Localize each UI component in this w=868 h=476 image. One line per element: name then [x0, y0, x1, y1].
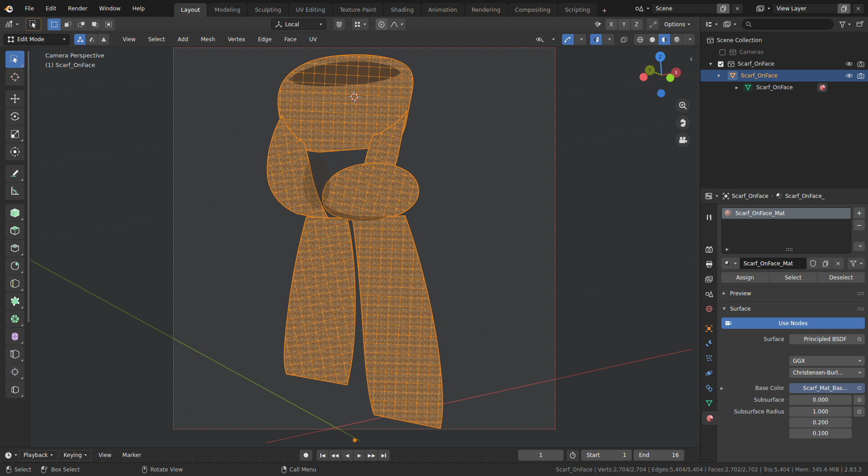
overlays-dropdown[interactable] [602, 34, 614, 45]
new-material-copy-button[interactable] [819, 258, 832, 269]
tool-annotate-button[interactable] [5, 165, 24, 182]
tab-physics[interactable] [701, 366, 717, 380]
menu-render[interactable]: Render [62, 3, 93, 14]
shading-rendered-button[interactable] [671, 34, 682, 45]
tool-rip-region-button[interactable] [5, 381, 24, 398]
tool-loop-cut-button[interactable] [5, 275, 24, 292]
expand-icon[interactable]: ▼ [708, 62, 713, 66]
current-frame-field[interactable]: 1 [518, 450, 563, 461]
gizmo-minus-x[interactable] [639, 73, 648, 81]
animate-button[interactable] [854, 407, 865, 417]
scene-browse-button[interactable] [633, 4, 651, 14]
visibility-icon[interactable] [534, 34, 546, 45]
tool-smooth-button[interactable] [5, 328, 24, 345]
deselect-button[interactable]: Deselect [817, 272, 865, 283]
select-button[interactable]: Select [769, 272, 817, 283]
shading-material-button[interactable] [658, 34, 670, 45]
surface-panel-header[interactable]: ▼ Surface [721, 302, 865, 313]
tab-rendering[interactable]: Rendering [465, 3, 507, 17]
timeline-editor-type-button[interactable] [3, 451, 19, 460]
prev-keyframe-button[interactable]: ◀◀ [329, 450, 341, 461]
use-preview-range-button[interactable] [567, 450, 579, 461]
gizmo-minus-y[interactable] [666, 74, 674, 82]
proportional-edit-toggle[interactable] [376, 19, 387, 30]
viewport-3d[interactable]: Camera Perspective (1) Scarf_OnFace Z Y … [0, 47, 700, 447]
proportional-falloff-dropdown[interactable] [388, 19, 405, 30]
tab-modifiers[interactable] [701, 337, 717, 350]
select-mode-intersect-button[interactable] [102, 19, 115, 30]
menu-file[interactable]: File [19, 3, 40, 14]
menu-mesh[interactable]: Mesh [195, 34, 222, 45]
timeline-ruler[interactable] [0, 461, 700, 462]
blender-logo-icon[interactable] [4, 4, 14, 13]
radius-x-field[interactable]: 1.000 [789, 407, 852, 417]
assign-button[interactable]: Assign [721, 272, 769, 283]
tab-constraints[interactable] [701, 381, 717, 395]
timeline-menu-view[interactable]: View [93, 450, 117, 460]
surface-shader-button[interactable]: Principled BSDF [789, 334, 865, 344]
edge-select-button[interactable] [86, 34, 97, 45]
radius-z-field[interactable]: 0.100 [789, 428, 852, 438]
menu-uv[interactable]: UV [303, 34, 323, 45]
tool-shrink-fatten-button[interactable] [5, 363, 24, 380]
tab-render[interactable] [701, 242, 717, 256]
navigation-gizmo[interactable]: Z Y X [636, 49, 688, 100]
menu-add[interactable]: Add [172, 34, 195, 45]
menu-edge[interactable]: Edge [252, 34, 278, 45]
tool-bevel-button[interactable] [5, 257, 24, 274]
new-collection-button[interactable] [854, 20, 865, 29]
select-mode-extend-button[interactable] [61, 19, 74, 30]
hide-eye-icon[interactable] [845, 61, 853, 67]
radius-y-field[interactable]: 0.200 [789, 418, 852, 428]
tool-rotate-button[interactable] [5, 108, 24, 125]
tool-cursor-button[interactable] [5, 68, 24, 86]
snap-toggle-button[interactable] [334, 19, 345, 30]
subsurface-method-dropdown[interactable]: Christensen-Burl... [789, 368, 865, 378]
use-nodes-button[interactable]: Use Nodes [721, 317, 865, 329]
scene-unlink-button[interactable]: × [732, 3, 744, 14]
remove-slot-button[interactable]: − [854, 220, 865, 231]
tab-scripting[interactable]: Scripting [558, 3, 597, 17]
menu-select[interactable]: Select [142, 34, 171, 45]
view-layer-copy-button[interactable] [838, 4, 850, 14]
tool-poly-build-button[interactable] [5, 293, 24, 310]
gizmos-dropdown[interactable] [574, 34, 586, 45]
tool-select-box-button[interactable] [5, 51, 24, 68]
tool-inset-faces-button[interactable] [5, 240, 24, 257]
view-layer-browse-button[interactable] [754, 4, 772, 14]
frame-start-field[interactable]: Start 1 [581, 450, 632, 461]
snap-path-button[interactable] [647, 19, 659, 30]
keying-dropdown[interactable]: Keying [59, 450, 91, 461]
tool-spin-button[interactable] [5, 310, 24, 327]
next-keyframe-button[interactable]: ▶▶ [366, 450, 377, 461]
sidebar-collapse-arrow[interactable]: ‹ [690, 54, 693, 63]
add-slot-button[interactable]: + [854, 207, 865, 218]
tab-world[interactable] [701, 302, 717, 316]
jump-to-start-button[interactable]: ◀ [317, 450, 329, 461]
tab-object[interactable] [701, 322, 717, 335]
select-mode-subtract-button[interactable] [75, 19, 88, 30]
collection-checkbox-checked[interactable] [718, 61, 724, 67]
tool-measure-button[interactable] [5, 183, 24, 200]
tool-extrude-region-button[interactable] [5, 222, 24, 239]
list-resize-grip[interactable] [786, 248, 792, 251]
menu-view[interactable]: View [116, 34, 142, 45]
frame-end-field[interactable]: End 16 [634, 450, 684, 461]
zoom-button[interactable] [676, 98, 690, 113]
shading-dropdown[interactable] [683, 34, 695, 45]
outliner-row-scarf-collection[interactable]: ▼ Scarf_OnFace [701, 58, 868, 70]
timeline-menu-marker[interactable]: Marker [117, 450, 146, 460]
menu-vertex[interactable]: Vertex [221, 34, 252, 45]
tab-uv-editing[interactable]: UV Editing [289, 3, 332, 17]
tool-scale-button[interactable] [5, 125, 24, 143]
panel-drag-grip[interactable] [857, 307, 864, 310]
add-workspace-button[interactable]: + [598, 4, 611, 17]
browse-material-button[interactable] [721, 258, 739, 269]
outliner-row-scene-collection[interactable]: Scene Collection [701, 34, 868, 46]
active-tool-select-box-button[interactable] [26, 18, 41, 31]
transform-orientation-dropdown[interactable]: Local [271, 19, 326, 30]
tab-view-layer[interactable] [701, 272, 717, 286]
play-reverse-button[interactable]: ◀ [341, 450, 353, 461]
tool-transform-button[interactable] [5, 143, 24, 160]
outliner-row-cameras[interactable]: Cameras [701, 46, 868, 58]
